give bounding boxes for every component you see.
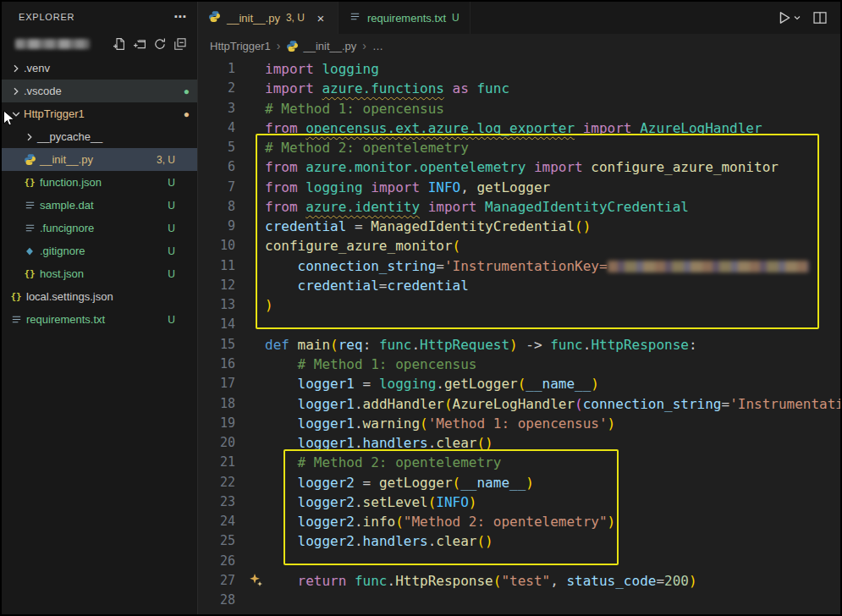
code-line-15[interactable]: 15def main(req: func.HttpRequest) -> fun… (198, 335, 840, 355)
code-line-19[interactable]: 19 logger1.warning('Method 1: opencensus… (198, 414, 840, 433)
project-root-row[interactable] (2, 32, 197, 55)
tree-item-venv[interactable]: .venv (2, 57, 197, 80)
tree-item-init-py[interactable]: __init__.py3, U (2, 148, 197, 171)
code-line-6[interactable]: 6from azure.monitor.opentelemetry import… (198, 157, 840, 177)
line-number[interactable]: 6 (198, 157, 235, 177)
line-number[interactable]: 15 (198, 335, 235, 355)
code-token: logging (305, 179, 362, 195)
collapse-all-button[interactable] (172, 36, 189, 52)
line-number[interactable]: 8 (198, 197, 235, 217)
code-token: : (363, 337, 379, 353)
code-line-11[interactable]: 11 connection_string='InstrumentationKey… (198, 256, 840, 276)
tree-item-vscode[interactable]: .vscode● (2, 80, 197, 102)
line-number[interactable]: 19 (198, 414, 235, 433)
breadcrumb-item-[interactable]: … (372, 40, 383, 52)
tree-item-function-json[interactable]: {}function.jsonU (2, 171, 197, 194)
line-number[interactable]: 17 (198, 374, 235, 393)
line-number[interactable]: 4 (198, 118, 235, 138)
refresh-button[interactable] (151, 36, 168, 52)
code-token: logger1 (298, 435, 355, 451)
code-line-12[interactable]: 12 credential=credential (198, 276, 840, 295)
split-editor-button[interactable] (812, 9, 828, 26)
run-button[interactable] (777, 10, 801, 25)
line-number[interactable]: 21 (198, 453, 235, 472)
code-token: configure_azure_monitor (265, 238, 453, 254)
line-number[interactable]: 24 (198, 512, 235, 531)
tree-item-local-settings-json[interactable]: {}local.settings.json (2, 285, 197, 308)
code-line-25[interactable]: 25 logger2.handlers.clear() (198, 531, 840, 551)
code-line-23[interactable]: 23 logger2.setLevel(INFO) (198, 492, 840, 512)
code-token (476, 199, 485, 215)
tree-item-pycache[interactable]: __pycache__ (2, 125, 197, 148)
line-number[interactable]: 12 (198, 276, 235, 295)
line-number[interactable]: 9 (198, 217, 235, 236)
code-line-16[interactable]: 16 # Method 1: opencensus (198, 355, 840, 374)
file-tree: .venv.vscode●HttpTrigger1●__pycache____i… (2, 57, 197, 331)
line-number[interactable]: 23 (198, 492, 235, 512)
tab-init-py[interactable]: __init__.py3, U× (198, 2, 338, 34)
code-editor[interactable]: 1import logging2import azure.functions a… (198, 58, 840, 614)
code-line-14[interactable]: 14 (198, 315, 840, 334)
tab-bar-empty (471, 2, 765, 34)
code-line-1[interactable]: 1import logging (198, 59, 840, 79)
new-file-button[interactable] (111, 36, 128, 52)
code-line-21[interactable]: 21 # Method 2: opentelemetry (198, 453, 840, 472)
line-number[interactable]: 5 (198, 138, 235, 157)
code-line-22[interactable]: 22 logger2 = getLogger(__name__) (198, 473, 840, 492)
code-line-26[interactable]: 26 (198, 552, 840, 571)
line-number[interactable]: 18 (198, 394, 235, 414)
line-number[interactable]: 25 (198, 531, 235, 551)
line-number[interactable]: 7 (198, 178, 235, 197)
line-number[interactable]: 3 (198, 99, 235, 118)
code-line-5[interactable]: 5# Method 2: opentelemetry (198, 138, 840, 157)
code-token: import (428, 199, 477, 215)
code-token: = (379, 278, 388, 294)
code-line-28[interactable]: 28 (198, 591, 840, 610)
line-number[interactable]: 11 (198, 256, 235, 276)
code-token: ( (518, 376, 526, 392)
line-number[interactable]: 26 (198, 552, 235, 571)
copilot-sparkle-icon[interactable] (247, 572, 264, 589)
line-number[interactable]: 1 (198, 59, 235, 79)
code-line-24[interactable]: 24 logger2.info("Method 2: opentelemetry… (198, 512, 840, 531)
line-number[interactable]: 2 (198, 79, 235, 98)
code-line-17[interactable]: 17 logger1 = logging.getLogger(__name__) (198, 374, 840, 393)
code-line-9[interactable]: 9credential = ManagedIdentityCredential(… (198, 217, 840, 236)
tree-item-requirements-txt[interactable]: requirements.txtU (2, 308, 197, 331)
editor-actions (765, 2, 840, 34)
line-number[interactable]: 28 (198, 591, 235, 610)
breadcrumb-item-init-py[interactable]: __init__.py (286, 40, 356, 52)
line-number[interactable]: 14 (198, 315, 235, 334)
code-line-3[interactable]: 3# Method 1: opencensus (198, 99, 840, 118)
code-line-8[interactable]: 8from azure.identity import ManagedIdent… (198, 197, 840, 217)
tree-item-host-json[interactable]: {}host.jsonU (2, 262, 197, 285)
code-line-2[interactable]: 2import azure.functions as func (198, 79, 840, 98)
tree-item-sample-dat[interactable]: sample.datU (2, 194, 197, 217)
code-line-13[interactable]: 13) (198, 295, 840, 315)
line-number[interactable]: 22 (198, 473, 235, 492)
line-number[interactable]: 27 (198, 571, 235, 591)
code-token (346, 573, 355, 589)
breadcrumb-item-httptrigger1[interactable]: HttpTrigger1 (210, 40, 271, 52)
new-folder-button[interactable] (131, 36, 148, 52)
code-line-7[interactable]: 7from logging import INFO, getLogger (198, 178, 840, 197)
code-token: = (436, 258, 444, 274)
explorer-more-actions-icon[interactable]: ⋯ (173, 9, 187, 25)
tree-item-funcignore[interactable]: .funcignoreU (2, 217, 197, 239)
tab-requirements-txt[interactable]: requirements.txtU (338, 2, 471, 34)
code-token: func (550, 337, 583, 353)
line-number[interactable]: 16 (198, 355, 235, 374)
code-token (632, 120, 641, 136)
code-token (265, 396, 298, 412)
tree-item-gitignore[interactable]: .gitignoreU (2, 239, 197, 262)
code-line-18[interactable]: 18 logger1.addHandler(AzureLogHandler(co… (198, 394, 840, 414)
line-number[interactable]: 20 (198, 433, 235, 453)
code-line-27[interactable]: 27 return func.HttpResponse("test", stat… (198, 571, 840, 591)
code-line-20[interactable]: 20 logger1.handlers.clear() (198, 433, 840, 453)
line-number[interactable]: 13 (198, 295, 235, 315)
tab-close-icon[interactable]: × (314, 11, 327, 25)
line-number[interactable]: 10 (198, 236, 235, 256)
code-line-4[interactable]: 4from opencensus.ext.azure.log_exporter … (198, 118, 840, 138)
tree-item-httptrigger1[interactable]: HttpTrigger1● (2, 102, 197, 125)
code-line-10[interactable]: 10configure_azure_monitor( (198, 236, 840, 256)
